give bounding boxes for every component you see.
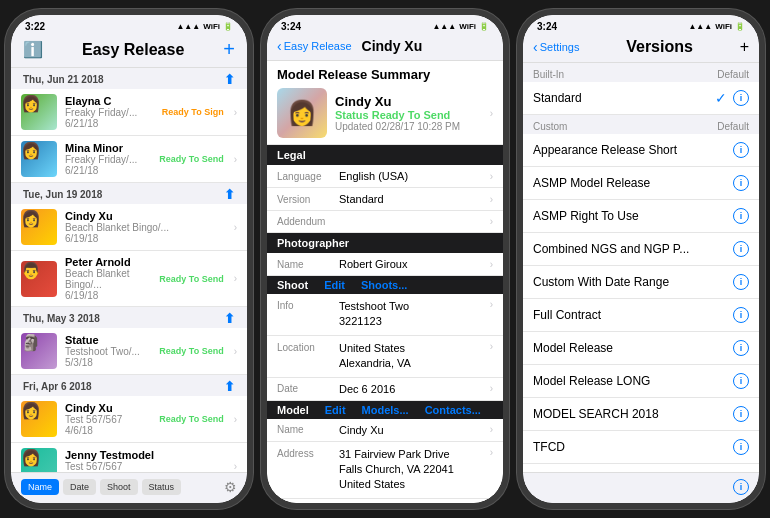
list-item[interactable]: 🗿 Statue Testshoot Two/...5/3/18 Ready T… <box>11 328 247 375</box>
version-item[interactable]: Model Release LONG i <box>523 365 759 398</box>
phone2-screen: 3:24 ▲▲▲ WiFi 🔋 ‹ Easy Release Cindy Xu … <box>267 15 503 503</box>
status-label: Status <box>335 109 372 121</box>
person-icon: 👩 <box>287 99 317 127</box>
item-sub: Beach Blanket Bingo/...6/19/18 <box>65 268 151 301</box>
info-icon[interactable]: i <box>733 241 749 257</box>
model-section-bar: Model Edit Models... Contacts... <box>267 401 503 419</box>
chevron-right: › <box>490 171 493 182</box>
back-label: Easy Release <box>284 40 352 52</box>
shoot-info-row: Info Testshoot Two3221123 › <box>267 294 503 336</box>
list-item[interactable]: 👩 Cindy Xu Test 567/5674/6/18 Ready To S… <box>11 396 247 443</box>
wifi-icon: WiFi <box>203 22 220 31</box>
item-info: Peter Arnold Beach Blanket Bingo/...6/19… <box>65 256 151 301</box>
avatar-jenny: 👩 <box>21 448 57 472</box>
addendum-label: Addendum <box>277 216 339 227</box>
back-button[interactable]: ‹ Easy Release <box>277 38 352 54</box>
contacts-button[interactable]: Contacts... <box>425 404 481 416</box>
chevron-right: › <box>234 346 237 357</box>
date-value: Dec 6 2016 <box>339 383 488 395</box>
version-item[interactable]: Model Release i <box>523 332 759 365</box>
phone2-nav: ‹ Easy Release Cindy Xu <box>267 34 503 61</box>
add-icon-p1[interactable]: + <box>223 38 235 61</box>
model-name-value: Cindy Xu <box>339 424 488 436</box>
item-sub: Freaky Friday/...6/21/18 <box>65 154 151 176</box>
list-item[interactable]: 👩 Jenny Testmodel Test 567/5674/6/18 › <box>11 443 247 472</box>
version-name: Combined NGS and NGP P... <box>533 242 733 256</box>
summary-avatar: 👩 <box>277 88 327 138</box>
phone3-screen: 3:24 ▲▲▲ WiFi 🔋 ‹ Settings Versions + <box>523 15 759 503</box>
info-icon[interactable]: i <box>733 340 749 356</box>
version-item[interactable]: MODEL SEARCH 2018 i <box>523 398 759 431</box>
version-item[interactable]: Full Contract i <box>523 299 759 332</box>
models-button[interactable]: Models... <box>362 404 409 416</box>
info-icon[interactable]: i <box>733 175 749 191</box>
summary-row: 👩 Cindy Xu Status Ready To Send Updated … <box>277 88 493 138</box>
tab-date[interactable]: Date <box>63 479 96 495</box>
chevron-right: › <box>234 461 237 472</box>
share-icon-jun21[interactable]: ⬆ <box>224 72 235 87</box>
info-icon[interactable]: i <box>733 274 749 290</box>
info-icon-bottom[interactable]: i <box>733 479 749 495</box>
version-item[interactable]: Combined NGS and NGP P... i <box>523 233 759 266</box>
version-name: ASMP Model Release <box>533 176 733 190</box>
tab-shoot[interactable]: Shoot <box>100 479 138 495</box>
version-item[interactable]: Thomas Cook i <box>523 464 759 472</box>
back-button-3[interactable]: ‹ Settings <box>533 39 579 55</box>
chevron-right: › <box>490 259 493 270</box>
chevron-right: › <box>490 108 493 119</box>
info-icon[interactable]: i <box>733 373 749 389</box>
info-icon-standard[interactable]: i <box>733 90 749 106</box>
custom-label: Custom <box>533 121 567 132</box>
version-row: Version Standard › <box>267 188 503 211</box>
share-icon-apr6[interactable]: ⬆ <box>224 379 235 394</box>
edit-button[interactable]: Edit <box>324 279 345 291</box>
info-label: Info <box>277 299 339 330</box>
share-icon-may3[interactable]: ⬆ <box>224 311 235 326</box>
list-item[interactable]: 👨 Peter Arnold Beach Blanket Bingo/...6/… <box>11 251 247 307</box>
version-item[interactable]: Appearance Release Short i <box>523 134 759 167</box>
share-icon-jun19[interactable]: ⬆ <box>224 187 235 202</box>
phone3-bottom: i <box>523 472 759 503</box>
info-icon[interactable]: i <box>733 307 749 323</box>
info-icon[interactable]: i <box>733 406 749 422</box>
summary-status: Status Ready To Send <box>335 109 480 121</box>
model-edit-button[interactable]: Edit <box>325 404 346 416</box>
item-sub: Beach Blanket Bingo/...6/19/18 <box>65 222 224 244</box>
item-name: Cindy Xu <box>65 402 151 414</box>
version-item-standard[interactable]: Standard ✓ i <box>523 82 759 115</box>
language-row: Language English (USA) › <box>267 165 503 188</box>
list-item[interactable]: 👩 Mina Minor Freaky Friday/...6/21/18 Re… <box>11 136 247 183</box>
version-item[interactable]: ASMP Model Release i <box>523 167 759 200</box>
chevron-right: › <box>490 299 493 330</box>
list-item[interactable]: 👩 Elayna C Freaky Friday/...6/21/18 Read… <box>11 89 247 136</box>
add-icon-p3[interactable]: + <box>740 38 749 56</box>
info-icon[interactable]: i <box>733 439 749 455</box>
shoots-button[interactable]: Shoots... <box>361 279 407 291</box>
tab-name[interactable]: Name <box>21 479 59 495</box>
info-icon[interactable]: i <box>733 142 749 158</box>
badge-send: Ready To Send <box>159 414 223 424</box>
info-icon-p1[interactable]: ℹ️ <box>23 40 43 59</box>
time-1: 3:22 <box>25 21 45 32</box>
badge-sign: Ready To Sign <box>162 107 224 117</box>
version-item[interactable]: Custom With Date Range i <box>523 266 759 299</box>
list-item[interactable]: 👩 Cindy Xu Beach Blanket Bingo/...6/19/1… <box>11 204 247 251</box>
item-sub: Test 567/5674/6/18 <box>65 414 151 436</box>
version-item[interactable]: ASMP Right To Use i <box>523 200 759 233</box>
shoot-label: Shoot <box>277 279 308 291</box>
chevron-right: › <box>490 447 493 493</box>
phone-1: 3:22 ▲▲▲ WiFi 🔋 ℹ️ Easy Release + Thu, J… <box>5 9 253 509</box>
version-value: Standard <box>339 193 488 205</box>
settings-icon[interactable]: ⚙ <box>224 479 237 495</box>
info-icon[interactable]: i <box>733 208 749 224</box>
status-icons-2: ▲▲▲ WiFi 🔋 <box>432 22 489 31</box>
date-header-may3: Thu, May 3 2018 ⬆ <box>11 307 247 328</box>
shoot-location-row: Location United StatesAlexandria, VA › <box>267 336 503 378</box>
version-item[interactable]: TFCD i <box>523 431 759 464</box>
version-name-standard: Standard <box>533 91 715 105</box>
phone1-screen: 3:22 ▲▲▲ WiFi 🔋 ℹ️ Easy Release + Thu, J… <box>11 15 247 503</box>
shoot-date-row: Date Dec 6 2016 › <box>267 378 503 401</box>
photographer-name-row: Name Robert Giroux › <box>267 253 503 276</box>
tab-status[interactable]: Status <box>142 479 182 495</box>
location-label: Location <box>277 341 339 372</box>
